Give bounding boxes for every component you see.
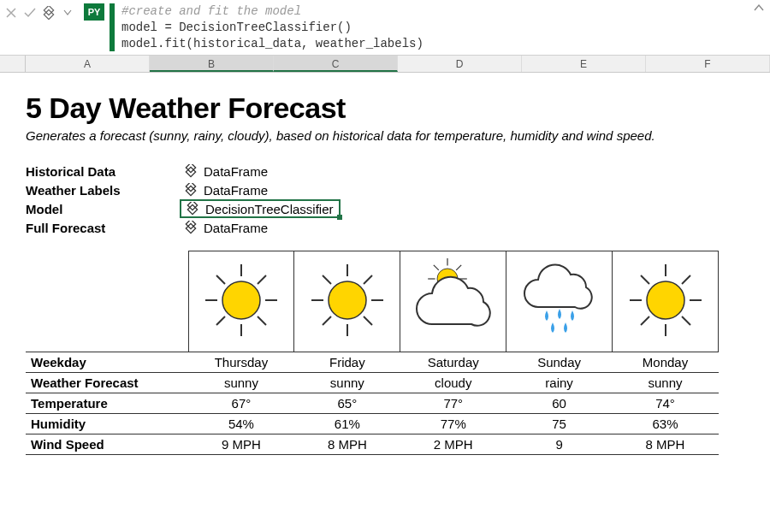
summary-value-cell[interactable]: DataFrame [180, 183, 273, 198]
forecast-icon-cell [613, 251, 719, 352]
summary-value-cell[interactable]: DecisionTreeClassifier [180, 199, 341, 218]
forecast-wind-cell[interactable]: 9 MPH [188, 434, 294, 455]
col-header-e[interactable]: E [522, 56, 646, 72]
forecast-weekday-cell[interactable]: Friday [294, 352, 400, 373]
forecast-weekday-cell[interactable]: Sunday [506, 352, 613, 373]
forecast-icon-row [26, 251, 719, 352]
data-type-icon[interactable] [41, 5, 56, 21]
forecast-humidity-cell[interactable]: 61% [294, 414, 400, 434]
row-label: Weather Forecast [26, 373, 188, 393]
forecast-wind-cell[interactable]: 9 [506, 434, 613, 455]
sunny-icon [300, 257, 394, 343]
summary-label: Full Forecast [26, 221, 180, 235]
summary-row[interactable]: Full ForecastDataFrame [26, 218, 744, 237]
summary-value: DataFrame [204, 183, 268, 198]
forecast-temperature-cell[interactable]: 74° [613, 393, 719, 414]
forecast-temperature-cell[interactable]: 77° [400, 393, 506, 414]
forecast-weekday-cell[interactable]: Saturday [400, 352, 506, 373]
summary-row[interactable]: ModelDecisionTreeClassifier [26, 199, 744, 218]
forecast-weather-cell[interactable]: sunny [294, 373, 400, 393]
forecast-temperature-cell[interactable]: 60 [506, 393, 613, 414]
forecast-humidity-cell[interactable]: 75 [506, 414, 613, 434]
dataframe-icon [185, 164, 198, 178]
confirm-icon[interactable] [22, 5, 38, 21]
forecast-weekday-cell[interactable]: Thursday [188, 352, 294, 373]
summary-label: Historical Data [26, 164, 180, 179]
code-line-2: model = DecisionTreeClassifier() [121, 21, 352, 34]
row-label: Temperature [26, 393, 188, 414]
col-header-f[interactable]: F [646, 56, 770, 72]
dataframe-icon [187, 202, 200, 216]
summary-label: Weather Labels [26, 183, 180, 198]
column-headers: A B C D E F [0, 56, 770, 73]
summary-label: Model [26, 202, 180, 216]
summary-row[interactable]: Weather LabelsDataFrame [26, 180, 744, 199]
forecast-wind-cell[interactable]: 2 MPH [400, 434, 506, 455]
summary-value: DecisionTreeClassifier [205, 202, 334, 216]
col-header-c[interactable]: C [274, 56, 398, 72]
collapse-formula-bar-icon[interactable] [751, 2, 767, 12]
sunny-icon [194, 257, 288, 343]
summary-value-cell[interactable]: DataFrame [180, 221, 273, 235]
forecast-weather-row: Weather Forecastsunnysunnycloudyrainysun… [26, 373, 719, 393]
forecast-temperature-cell[interactable]: 67° [188, 393, 294, 414]
col-header-d[interactable]: D [398, 56, 522, 72]
summary-value: DataFrame [204, 221, 268, 235]
forecast-icon-cell [400, 251, 506, 352]
summary-value-cell[interactable]: DataFrame [180, 164, 273, 179]
row-label: Humidity [26, 414, 188, 434]
code-line-1: #create and fit the model [121, 4, 301, 18]
row-label: Weekday [26, 352, 188, 373]
row-label: Wind Speed [26, 434, 188, 455]
python-badge: PY [84, 3, 104, 21]
formula-bar: PY #create and fit the model model = Dec… [0, 0, 770, 56]
cloudy-icon [406, 257, 500, 343]
code-line-3: model.fit(historical_data, weather_label… [121, 37, 424, 50]
forecast-icon-cell [294, 251, 400, 352]
forecast-temperature-row: Temperature67°65°77°6074° [26, 393, 719, 414]
forecast-wind-cell[interactable]: 8 MPH [294, 434, 400, 455]
row-gutter[interactable] [0, 56, 26, 72]
forecast-icon-cell [188, 251, 294, 352]
forecast-weather-cell[interactable]: sunny [188, 373, 294, 393]
dropdown-icon[interactable] [60, 5, 75, 21]
col-header-b[interactable]: B [150, 56, 274, 72]
dataframe-icon [185, 221, 198, 234]
page-subtitle: Generates a forecast (sunny, rainy, clou… [26, 128, 744, 143]
forecast-wind-row: Wind Speed9 MPH8 MPH2 MPH98 MPH [26, 434, 719, 455]
forecast-humidity-cell[interactable]: 63% [613, 414, 719, 434]
forecast-temperature-cell[interactable]: 65° [294, 393, 400, 414]
forecast-weather-cell[interactable]: rainy [506, 373, 613, 393]
code-editor[interactable]: #create and fit the model model = Decisi… [121, 2, 751, 52]
formula-bar-controls [3, 2, 75, 21]
rainy-icon [512, 257, 607, 343]
col-header-a[interactable]: A [26, 56, 150, 72]
page-title: 5 Day Weather Forecast [26, 92, 744, 125]
python-stripe [110, 3, 115, 51]
forecast-table: WeekdayThursdayFridaySaturdaySundayMonda… [26, 251, 719, 455]
forecast-humidity-cell[interactable]: 54% [188, 414, 294, 434]
forecast-humidity-cell[interactable]: 77% [400, 414, 506, 434]
forecast-weather-cell[interactable]: sunny [613, 373, 719, 393]
dataframe-icon [185, 183, 198, 197]
cancel-icon[interactable] [3, 5, 19, 21]
sheet-body: 5 Day Weather Forecast Generates a forec… [0, 73, 770, 472]
summary-row[interactable]: Historical DataDataFrame [26, 162, 744, 180]
forecast-wind-cell[interactable]: 8 MPH [613, 434, 719, 455]
forecast-weekday-cell[interactable]: Monday [613, 352, 719, 373]
forecast-icon-cell [506, 251, 613, 352]
forecast-weekday-row: WeekdayThursdayFridaySaturdaySundayMonda… [26, 352, 719, 373]
summary-value: DataFrame [204, 164, 268, 179]
empty-cell [26, 251, 188, 352]
forecast-weather-cell[interactable]: cloudy [400, 373, 506, 393]
forecast-humidity-row: Humidity54%61%77%7563% [26, 414, 719, 434]
sunny-icon [619, 257, 713, 343]
